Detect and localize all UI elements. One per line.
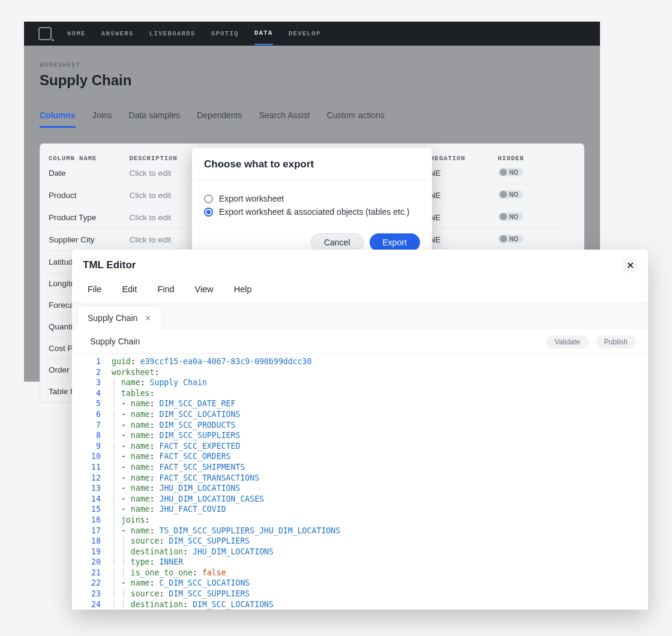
nav-item-spotiq[interactable]: SPOTIQ <box>211 30 239 37</box>
export-option-worksheet-assoc[interactable]: Export worksheet & associated objects (t… <box>204 207 420 217</box>
hidden-toggle[interactable]: NO <box>498 212 523 221</box>
logo-icon <box>38 27 52 40</box>
line-gutter: 1234567891011121314151617181920212223242… <box>72 354 107 610</box>
close-button[interactable]: ✕ <box>623 258 637 272</box>
tml-file-title: Supply Chain <box>90 337 140 346</box>
worksheet-tabs: ColumnsJoinsData samplesDependentsSearch… <box>40 110 584 128</box>
menu-find[interactable]: Find <box>157 284 174 294</box>
menu-file[interactable]: File <box>88 284 101 294</box>
nav-item-develop[interactable]: DEVELOP <box>289 30 321 37</box>
tab-search-assist[interactable]: Search Assist <box>259 110 310 128</box>
radio-icon[interactable] <box>204 208 213 217</box>
nav-item-data[interactable]: DATA <box>254 29 273 45</box>
menu-help[interactable]: Help <box>234 284 252 294</box>
nav-item-liveboards[interactable]: LIVEBOARDS <box>149 30 196 37</box>
top-nav: HOMEANSWERSLIVEBOARDSSPOTIQDATADEVELOP <box>24 22 600 46</box>
tab-label: Supply Chain <box>88 313 137 323</box>
validate-button[interactable]: Validate <box>546 335 588 349</box>
code-content[interactable]: guid: e39ccf15-ea0a-4067-83c9-090b99ddcc… <box>107 354 648 610</box>
th-column-name: COLUMN NAME <box>49 155 129 162</box>
cell-column-name: Product <box>49 191 129 200</box>
export-button[interactable]: Export <box>370 233 420 251</box>
page-title: Supply Chain <box>40 72 584 89</box>
cancel-button[interactable]: Cancel <box>311 233 364 251</box>
cell-hidden[interactable]: NO <box>498 190 567 200</box>
th-hidden: HIDDEN <box>498 155 567 162</box>
nav-item-answers[interactable]: ANSWERS <box>101 30 134 37</box>
cell-hidden[interactable]: NO <box>498 235 567 244</box>
cell-hidden[interactable]: NO <box>498 212 567 222</box>
modal-title: Choose what to export <box>192 148 432 181</box>
cell-column-name: Date <box>49 169 129 178</box>
breadcrumb: WORKSHEET <box>40 61 584 68</box>
tab-data-samples[interactable]: Data samples <box>129 110 181 128</box>
tab-custom-actions[interactable]: Custom actions <box>327 110 385 128</box>
close-icon: ✕ <box>626 260 634 271</box>
tml-editor-title: TML Editor <box>83 259 136 271</box>
tab-joins[interactable]: Joins <box>92 110 112 128</box>
cell-column-name: Supplier City <box>49 235 129 244</box>
radio-icon[interactable] <box>204 194 213 203</box>
hidden-toggle[interactable]: NO <box>498 190 523 199</box>
option-label: Export worksheet & associated objects (t… <box>219 207 409 217</box>
cell-hidden[interactable]: NO <box>498 168 567 178</box>
cell-column-name: Product Type <box>49 213 129 222</box>
export-modal: Choose what to export Export worksheet E… <box>192 148 432 262</box>
hidden-toggle[interactable]: NO <box>498 168 523 176</box>
tml-editor-tab[interactable]: Supply Chain ✕ <box>78 307 161 329</box>
code-editor[interactable]: 1234567891011121314151617181920212223242… <box>72 354 648 610</box>
nav-item-home[interactable]: HOME <box>67 30 86 37</box>
tab-columns[interactable]: Columns <box>40 110 76 128</box>
tab-dependents[interactable]: Dependents <box>197 110 242 128</box>
menu-edit[interactable]: Edit <box>122 284 137 294</box>
option-label: Export worksheet <box>219 194 284 203</box>
close-icon[interactable]: ✕ <box>145 314 151 323</box>
hidden-toggle[interactable]: NO <box>498 235 523 243</box>
tml-tab-bar: Supply Chain ✕ <box>72 303 648 329</box>
tml-menu-bar: FileEditFindViewHelp <box>72 278 648 303</box>
tml-editor-panel: TML Editor ✕ FileEditFindViewHelp Supply… <box>72 250 648 610</box>
export-option-worksheet[interactable]: Export worksheet <box>204 194 420 203</box>
menu-view[interactable]: View <box>195 284 214 294</box>
publish-button[interactable]: Publish <box>596 335 636 349</box>
